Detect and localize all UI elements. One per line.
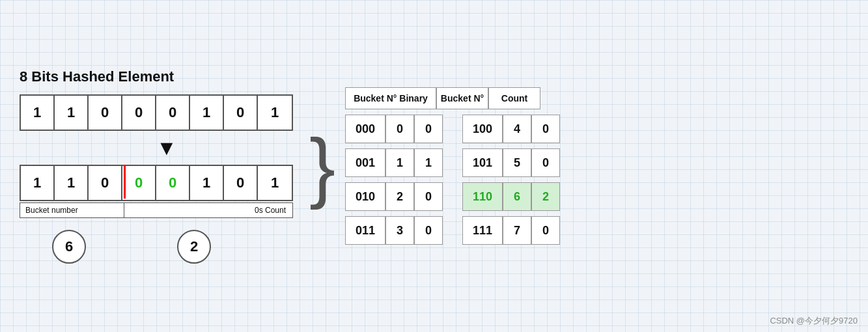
- data-cell-binary: 011: [345, 216, 385, 245]
- data-cell-binary: 001: [345, 148, 385, 177]
- table-row: 01020: [345, 182, 443, 211]
- table-row: 01130: [345, 216, 443, 245]
- table-row: 10150: [462, 148, 560, 177]
- bit-cell: 1: [21, 96, 55, 130]
- left-section: 8 Bits Hashed Element 11000101 ▼ 1100010…: [20, 68, 293, 264]
- bit-cell: 0: [156, 166, 190, 200]
- data-cell-count: 0: [414, 115, 443, 143]
- bit-cell: 1: [21, 166, 55, 200]
- brace: }: [306, 127, 339, 205]
- data-cell-count: 2: [531, 182, 560, 211]
- data-cell-count: 1: [414, 148, 443, 177]
- data-cell-no: 0: [385, 115, 414, 143]
- data-cell-binary: 010: [345, 182, 385, 211]
- data-cell-no: 7: [503, 216, 531, 245]
- bit-cell: 0: [89, 166, 122, 200]
- left-data-column: 00000001110102001130: [345, 115, 443, 245]
- data-cell-count: 0: [531, 216, 560, 245]
- labels-row: Bucket number 0s Count: [20, 202, 293, 218]
- data-cell-binary: 111: [462, 216, 503, 245]
- right-section: Bucket N° Binary Bucket N° Count 0000000…: [345, 87, 848, 245]
- red-divider: [124, 165, 126, 199]
- bit-cell: 1: [55, 96, 89, 130]
- bit-cell: 1: [190, 166, 224, 200]
- data-cell-no: 4: [503, 115, 531, 143]
- bit-cell: 0: [89, 96, 122, 130]
- arrow-down: ▼: [156, 137, 177, 158]
- bottom-bits-wrapper: 11000101 Bucket number 0s Count: [20, 165, 293, 218]
- data-cell-count: 0: [414, 182, 443, 211]
- top-bits-row: 11000101: [20, 94, 293, 131]
- table-row: 00000: [345, 115, 443, 143]
- table-row: 10040: [462, 115, 560, 143]
- circle-count: 2: [177, 230, 211, 264]
- right-data-column: 10040101501106211170: [462, 115, 560, 245]
- data-cell-binary: 101: [462, 148, 503, 177]
- bit-cell: 0: [122, 166, 156, 200]
- label-bucket: Bucket number: [20, 203, 124, 217]
- bit-cell: 1: [55, 166, 89, 200]
- data-cell-no: 3: [385, 216, 414, 245]
- data-cell-count: 0: [531, 115, 560, 143]
- bit-cell: 0: [224, 96, 258, 130]
- bit-cell: 0: [156, 96, 190, 130]
- bit-cell: 0: [122, 96, 156, 130]
- bottom-bits-row: 11000101: [20, 165, 293, 201]
- data-cell-binary: 100: [462, 115, 503, 143]
- header-bucket-binary: Bucket N° Binary: [345, 87, 436, 109]
- data-cell-no: 5: [503, 148, 531, 177]
- data-cell-no: 6: [503, 182, 531, 211]
- circles-row: 6 2: [20, 230, 211, 264]
- diagram-title: 8 Bits Hashed Element: [20, 68, 174, 85]
- table-row: 11170: [462, 216, 560, 245]
- label-count: 0s Count: [124, 203, 291, 217]
- header-bucket-no: Bucket N°: [436, 87, 488, 109]
- data-rows-container: 00000001110102001130 1004010150110621117…: [345, 115, 560, 245]
- data-cell-count: 0: [531, 148, 560, 177]
- bit-cell: 1: [258, 96, 292, 130]
- data-cell-no: 1: [385, 148, 414, 177]
- data-cell-count: 0: [414, 216, 443, 245]
- watermark: CSDN @今夕何夕9720: [770, 315, 858, 327]
- table-header: Bucket N° Binary Bucket N° Count: [345, 87, 540, 109]
- data-cell-no: 2: [385, 182, 414, 211]
- data-cell-binary: 110: [462, 182, 503, 211]
- header-count: Count: [488, 87, 540, 109]
- bit-cell: 0: [224, 166, 258, 200]
- table-row: 11062: [462, 182, 560, 211]
- bit-cell: 1: [258, 166, 292, 200]
- table-row: 00111: [345, 148, 443, 177]
- bit-cell: 1: [190, 96, 224, 130]
- data-cell-binary: 000: [345, 115, 385, 143]
- circle-bucket: 6: [52, 230, 86, 264]
- main-container: 8 Bits Hashed Element 11000101 ▼ 1100010…: [0, 62, 868, 270]
